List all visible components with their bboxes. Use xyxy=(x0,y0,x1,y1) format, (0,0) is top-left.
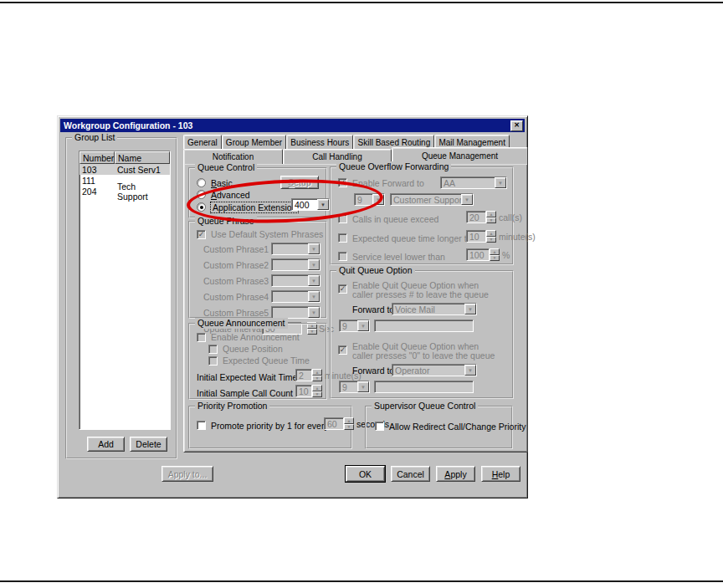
calls-exceed-checkbox[interactable] xyxy=(338,214,347,223)
quit-pound-digit-value: 9 xyxy=(340,320,357,331)
chevron-down-icon[interactable] xyxy=(308,291,320,302)
queue-position-checkbox[interactable] xyxy=(208,345,218,354)
forward-digit-combobox[interactable]: 9 xyxy=(354,193,385,206)
chevron-down-icon[interactable] xyxy=(461,194,473,205)
column-header-name[interactable]: Name xyxy=(115,151,170,164)
enable-forward-checkbox[interactable] xyxy=(338,178,347,187)
promote-priority-label: Promote priority by 1 for every xyxy=(211,421,329,431)
chevron-down-icon[interactable] xyxy=(372,194,384,205)
advanced-radio[interactable] xyxy=(197,190,206,199)
delete-button[interactable]: Delete xyxy=(130,437,167,452)
custom-phrase1-combobox[interactable] xyxy=(271,243,320,255)
custom-phrase5-label: Custom Phrase5 xyxy=(203,308,271,318)
group-list-row-103[interactable]: 103 Cust Serv1 xyxy=(79,164,170,175)
close-button[interactable]: ✕ xyxy=(510,120,523,131)
custom-phrase2-combobox[interactable] xyxy=(271,258,320,271)
column-header-number[interactable]: Number xyxy=(79,151,115,164)
row-number: 204 xyxy=(79,187,115,197)
custom-phrase5-combobox[interactable] xyxy=(271,306,320,319)
setup-button[interactable]: Setup xyxy=(280,176,319,189)
queue-overflow-forwarding-group: Queue Overflow Forwarding Enable Forward… xyxy=(330,166,514,265)
quit-zero-digit-value: 9 xyxy=(340,381,357,392)
chevron-down-icon[interactable] xyxy=(357,320,369,331)
service-level-field[interactable]: 100 xyxy=(466,248,490,261)
basic-radio[interactable] xyxy=(197,178,206,187)
quit-queue-pound-checkbox[interactable] xyxy=(338,284,347,294)
cancel-button[interactable]: Cancel xyxy=(391,466,430,482)
quit-zero-forward-combobox[interactable]: Operator xyxy=(392,364,477,376)
sample-count-label: Initial Sample Call Count xyxy=(197,388,293,398)
queue-control-caption: Queue Control xyxy=(195,162,257,173)
calls-exceed-spinner[interactable] xyxy=(486,211,496,223)
add-button[interactable]: Add xyxy=(87,437,125,452)
expected-queue-time-checkbox[interactable] xyxy=(208,356,218,366)
group-list-row-204[interactable]: 204 Tech Support xyxy=(79,186,170,197)
quit-pound-digit-combobox[interactable]: 9 xyxy=(339,320,370,332)
forward-to-label-1: Forward to: xyxy=(352,304,392,314)
queue-time-checkbox[interactable] xyxy=(338,233,347,243)
priority-promotion-caption: Priority Promotion xyxy=(195,401,269,412)
custom-phrase4-combobox[interactable] xyxy=(271,290,320,303)
forward-type-combobox[interactable]: AA xyxy=(440,176,507,189)
quit-queue-zero-label: Enable Quit Queue Option when caller pre… xyxy=(352,342,496,360)
tab-group-member[interactable]: Group Member xyxy=(222,135,286,149)
dialog-titlebar[interactable]: Workgroup Configuration - 103 ✕ xyxy=(60,119,525,132)
quit-zero-number-field[interactable] xyxy=(374,381,474,393)
initial-wait-field[interactable]: 2 xyxy=(295,369,312,381)
custom-phrase3-combobox[interactable] xyxy=(271,274,320,287)
ok-button[interactable]: OK xyxy=(346,466,385,482)
quit-pound-number-field[interactable] xyxy=(374,320,474,332)
initial-wait-spinner[interactable] xyxy=(312,369,322,381)
spin-up-icon xyxy=(344,417,354,424)
row-name: Cust Serv1 xyxy=(115,165,170,175)
chevron-down-icon[interactable] xyxy=(317,199,329,210)
quit-zero-forward-value: Operator xyxy=(392,365,464,376)
apply-button[interactable]: Apply xyxy=(436,466,475,482)
service-level-checkbox[interactable] xyxy=(338,252,347,261)
chevron-down-icon[interactable] xyxy=(464,304,476,314)
queue-control-group: Queue Control Basic Advanced Application… xyxy=(188,167,327,218)
enable-forward-label: Enable Forward to xyxy=(352,178,424,188)
promote-priority-spinner[interactable] xyxy=(344,417,354,430)
initial-wait-label: Initial Expected Wait Time xyxy=(197,372,297,382)
row-name: Tech Support xyxy=(115,182,170,202)
chevron-down-icon[interactable] xyxy=(308,243,320,254)
calls-exceed-field[interactable]: 20 xyxy=(466,211,486,223)
enable-announcement-checkbox[interactable] xyxy=(197,333,206,342)
application-extension-radio[interactable] xyxy=(197,202,206,212)
queue-time-spinner[interactable] xyxy=(486,230,496,243)
chevron-down-icon[interactable] xyxy=(495,177,506,188)
use-default-phrases-checkbox[interactable] xyxy=(197,230,206,239)
queue-phrase-group: Queue Phrase Use Default System Phrases … xyxy=(188,221,327,319)
priority-promotion-group: Priority Promotion Promote priority by 1… xyxy=(188,406,352,449)
chevron-down-icon[interactable] xyxy=(308,275,320,286)
queue-time-label: Expected queue time longer than xyxy=(352,233,481,243)
promote-priority-field[interactable]: 60 xyxy=(324,417,344,430)
quit-zero-digit-combobox[interactable]: 9 xyxy=(339,381,370,393)
forward-target-combobox[interactable]: Customer Support xyxy=(390,193,474,206)
queue-time-field[interactable]: 10 xyxy=(466,230,486,243)
apply-to-button[interactable]: Apply to... xyxy=(162,466,213,482)
application-extension-combobox[interactable]: 400 xyxy=(291,198,330,211)
chevron-down-icon[interactable] xyxy=(464,365,476,376)
tab-business-hours[interactable]: Business Hours xyxy=(286,135,353,149)
service-level-spinner[interactable] xyxy=(490,248,500,261)
application-extension-value: 400 xyxy=(292,199,317,210)
chevron-down-icon[interactable] xyxy=(308,307,320,318)
promote-priority-checkbox[interactable] xyxy=(197,421,206,430)
queue-time-unit: minute(s) xyxy=(499,232,536,242)
sample-count-spinner[interactable] xyxy=(312,385,322,397)
expected-queue-time-label: Expected Queue Time xyxy=(223,355,310,366)
tab-general[interactable]: General xyxy=(183,135,222,149)
chevron-down-icon[interactable] xyxy=(308,259,320,270)
quit-pound-forward-combobox[interactable]: Voice Mail xyxy=(392,303,477,315)
allow-redirect-label: Allow Redirect Call/Change Priority xyxy=(389,422,526,432)
quit-queue-pound-label: Enable Quit Queue Option when caller pre… xyxy=(352,281,496,299)
sample-count-field[interactable]: 10 xyxy=(295,385,312,397)
quit-queue-zero-checkbox[interactable] xyxy=(338,345,347,355)
allow-redirect-checkbox[interactable] xyxy=(375,422,384,431)
help-button[interactable]: Help xyxy=(481,466,520,482)
spin-up-icon xyxy=(486,230,496,237)
chevron-down-icon[interactable] xyxy=(357,381,369,392)
group-list-box[interactable]: Number Name 103 Cust Serv1 111 204 Tech … xyxy=(79,151,171,430)
